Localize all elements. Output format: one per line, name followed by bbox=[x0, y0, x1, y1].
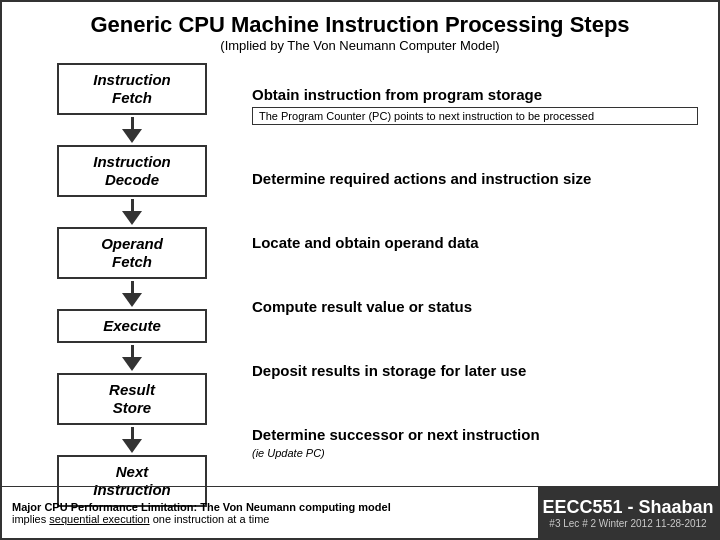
step-box-instruction-fetch: InstructionFetch bbox=[57, 63, 207, 115]
desc-instruction-fetch: Obtain instruction from program storageT… bbox=[252, 85, 698, 125]
right-column: Obtain instruction from program storageT… bbox=[232, 63, 698, 481]
desc-main-operand-fetch: Locate and obtain operand data bbox=[252, 233, 698, 253]
arrow-4 bbox=[122, 427, 142, 453]
step-box-execute: Execute bbox=[57, 309, 207, 343]
desc-sub-instruction-fetch: The Program Counter (PC) points to next … bbox=[252, 107, 698, 125]
desc-instruction-decode: Determine required actions and instructi… bbox=[252, 169, 698, 189]
step-box-result-store: ResultStore bbox=[57, 373, 207, 425]
desc-sub-next-instruction: (ie Update PC) bbox=[252, 447, 698, 459]
main-title: Generic CPU Machine Instruction Processi… bbox=[22, 12, 698, 38]
desc-main-instruction-fetch: Obtain instruction from program storage bbox=[252, 85, 698, 105]
content-area: InstructionFetch InstructionDecode Opera… bbox=[2, 55, 718, 485]
bottom-right-title: EECC551 - Shaaban bbox=[542, 497, 713, 518]
bottom-line2: implies sequential execution one instruc… bbox=[12, 513, 528, 525]
arrow-stem bbox=[131, 117, 134, 129]
desc-main-result-store: Deposit results in storage for later use bbox=[252, 361, 698, 381]
title-area: Generic CPU Machine Instruction Processi… bbox=[2, 2, 718, 55]
arrow-head bbox=[122, 293, 142, 307]
arrow-3 bbox=[122, 345, 142, 371]
desc-main-execute: Compute result value or status bbox=[252, 297, 698, 317]
arrow-stem bbox=[131, 345, 134, 357]
arrow-stem bbox=[131, 199, 134, 211]
arrow-1 bbox=[122, 199, 142, 225]
main-container: Generic CPU Machine Instruction Processi… bbox=[0, 0, 720, 540]
desc-result-store: Deposit results in storage for later use bbox=[252, 361, 698, 381]
step-box-instruction-decode: InstructionDecode bbox=[57, 145, 207, 197]
left-column: InstructionFetch InstructionDecode Opera… bbox=[32, 63, 232, 481]
bottom-line1: Major CPU Performance Limitation: The Vo… bbox=[12, 501, 528, 513]
desc-execute: Compute result value or status bbox=[252, 297, 698, 317]
desc-main-next-instruction: Determine successor or next instruction bbox=[252, 425, 698, 445]
bottom-left: Major CPU Performance Limitation: The Vo… bbox=[2, 487, 538, 538]
arrow-stem bbox=[131, 281, 134, 293]
arrow-head bbox=[122, 211, 142, 225]
arrow-2 bbox=[122, 281, 142, 307]
desc-main-instruction-decode: Determine required actions and instructi… bbox=[252, 169, 698, 189]
arrow-0 bbox=[122, 117, 142, 143]
step-box-operand-fetch: OperandFetch bbox=[57, 227, 207, 279]
arrow-head bbox=[122, 129, 142, 143]
arrow-head bbox=[122, 439, 142, 453]
subtitle: (Implied by The Von Neumann Computer Mod… bbox=[22, 38, 698, 53]
arrow-head bbox=[122, 357, 142, 371]
bottom-right-sub: #3 Lec # 2 Winter 2012 11-28-2012 bbox=[549, 518, 706, 529]
desc-next-instruction: Determine successor or next instruction(… bbox=[252, 425, 698, 459]
bottom-right: EECC551 - Shaaban #3 Lec # 2 Winter 2012… bbox=[538, 487, 718, 538]
arrow-stem bbox=[131, 427, 134, 439]
desc-operand-fetch: Locate and obtain operand data bbox=[252, 233, 698, 253]
bottom-bar: Major CPU Performance Limitation: The Vo… bbox=[2, 486, 718, 538]
